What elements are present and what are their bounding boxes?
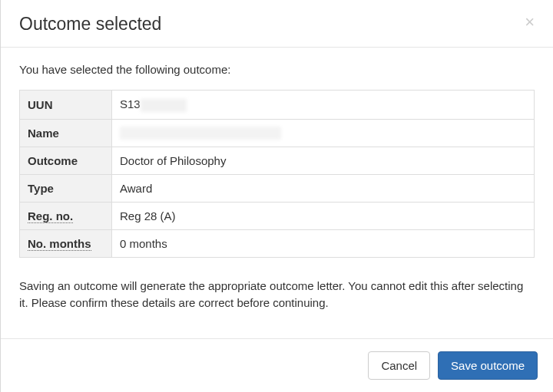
value-outcome: Doctor of Philosophy [112,147,535,174]
intro-text: You have selected the following outcome: [19,63,535,76]
label-name: Name [20,119,112,147]
cancel-button[interactable]: Cancel [368,351,430,380]
value-uun: S13XXXXXX [112,91,535,120]
outcome-selected-modal: Outcome selected × You have selected the… [0,0,553,392]
table-row: Outcome Doctor of Philosophy [20,147,535,174]
label-months: No. months [20,229,112,257]
label-regno: Reg. no. [20,202,112,229]
redacted-uun: XXXXXX [141,99,187,112]
redacted-name: XXXXXXXXXXXXXXXXXXXXX [120,127,281,140]
modal-title: Outcome selected [19,14,161,35]
value-name: XXXXXXXXXXXXXXXXXXXXX [112,119,535,147]
value-regno: Reg 28 (A) [112,202,535,229]
value-months: 0 months [112,229,535,257]
table-row: UUN S13XXXXXX [20,91,535,120]
label-type: Type [20,174,112,202]
table-row: Reg. no. Reg 28 (A) [20,202,535,229]
label-outcome: Outcome [20,147,112,174]
modal-header: Outcome selected × [1,0,553,48]
value-type: Award [112,174,535,202]
modal-body: You have selected the following outcome:… [1,48,553,338]
table-row: Type Award [20,174,535,202]
close-icon[interactable]: × [522,14,538,31]
save-outcome-button[interactable]: Save outcome [438,351,538,380]
label-uun: UUN [20,91,112,120]
warning-text: Saving an outcome will generate the appr… [19,278,535,312]
modal-footer: Cancel Save outcome [1,338,553,393]
table-row: Name XXXXXXXXXXXXXXXXXXXXX [20,119,535,147]
details-table: UUN S13XXXXXX Name XXXXXXXXXXXXXXXXXXXXX… [19,90,535,258]
uun-prefix: S13 [120,97,141,110]
table-row: No. months 0 months [20,229,535,257]
